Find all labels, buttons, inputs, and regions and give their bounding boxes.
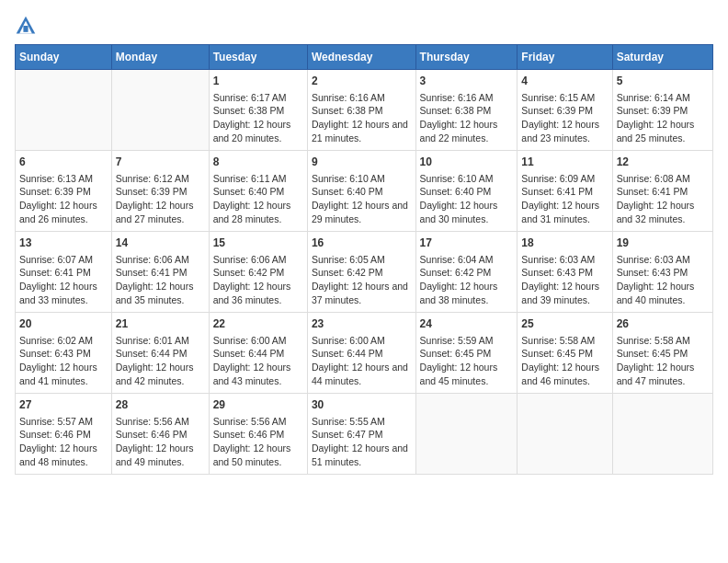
day-info: Sunrise: 6:16 AM xyxy=(420,91,514,105)
calendar-cell: 18Sunrise: 6:03 AMSunset: 6:43 PMDayligh… xyxy=(518,232,612,313)
calendar-cell: 19Sunrise: 6:03 AMSunset: 6:43 PMDayligh… xyxy=(612,232,712,313)
day-number: 2 xyxy=(312,74,412,89)
day-info: Daylight: 12 hours and 46 minutes. xyxy=(521,361,608,387)
day-number: 27 xyxy=(19,397,108,413)
day-info: Sunrise: 6:17 AM xyxy=(213,91,303,105)
day-number: 16 xyxy=(312,236,412,251)
day-number: 15 xyxy=(213,236,303,251)
day-info: Sunset: 6:45 PM xyxy=(420,347,514,361)
calendar-cell: 3Sunrise: 6:16 AMSunset: 6:38 PMDaylight… xyxy=(415,70,518,151)
day-info: Daylight: 12 hours and 42 minutes. xyxy=(116,361,205,387)
day-info: Daylight: 12 hours and 49 minutes. xyxy=(116,442,205,468)
day-info: Sunset: 6:39 PM xyxy=(19,185,108,199)
day-info: Sunrise: 5:56 AM xyxy=(213,415,303,429)
day-info: Sunrise: 6:14 AM xyxy=(617,91,709,105)
day-number: 13 xyxy=(19,236,108,251)
day-number: 4 xyxy=(521,74,608,89)
day-info: Sunset: 6:46 PM xyxy=(19,428,108,442)
day-info: Sunrise: 6:06 AM xyxy=(213,253,303,267)
day-number: 28 xyxy=(116,397,205,413)
calendar-table: SundayMondayTuesdayWednesdayThursdayFrid… xyxy=(15,44,713,475)
calendar-week-1: 1Sunrise: 6:17 AMSunset: 6:38 PMDaylight… xyxy=(16,70,713,151)
day-number: 29 xyxy=(213,397,303,413)
day-info: Sunrise: 6:04 AM xyxy=(420,253,514,267)
day-info: Sunrise: 6:13 AM xyxy=(19,172,108,186)
day-number: 26 xyxy=(617,316,709,332)
day-info: Daylight: 12 hours and 27 minutes. xyxy=(116,199,205,225)
day-info: Daylight: 12 hours and 25 minutes. xyxy=(617,118,709,144)
day-info: Daylight: 12 hours and 38 minutes. xyxy=(420,280,514,306)
calendar-cell: 8Sunrise: 6:11 AMSunset: 6:40 PMDaylight… xyxy=(209,151,307,232)
day-info: Sunset: 6:39 PM xyxy=(116,185,205,199)
day-info: Sunset: 6:39 PM xyxy=(617,104,709,118)
day-number: 22 xyxy=(213,316,303,332)
day-info: Sunset: 6:43 PM xyxy=(19,347,108,361)
calendar-cell: 16Sunrise: 6:05 AMSunset: 6:42 PMDayligh… xyxy=(307,232,415,313)
day-number: 12 xyxy=(617,155,709,170)
calendar-week-5: 27Sunrise: 5:57 AMSunset: 6:46 PMDayligh… xyxy=(16,394,713,475)
day-info: Sunset: 6:41 PM xyxy=(19,266,108,280)
day-info: Daylight: 12 hours and 50 minutes. xyxy=(213,442,303,468)
day-info: Sunset: 6:46 PM xyxy=(116,428,205,442)
calendar-week-2: 6Sunrise: 6:13 AMSunset: 6:39 PMDaylight… xyxy=(16,151,713,232)
calendar-cell: 30Sunrise: 5:55 AMSunset: 6:47 PMDayligh… xyxy=(307,394,415,475)
day-number: 19 xyxy=(617,236,709,251)
calendar-cell xyxy=(415,394,518,475)
day-number: 21 xyxy=(116,316,205,332)
day-info: Daylight: 12 hours and 33 minutes. xyxy=(19,280,108,306)
day-info: Sunset: 6:47 PM xyxy=(312,428,412,442)
day-info: Sunrise: 6:05 AM xyxy=(312,253,412,267)
calendar-cell: 7Sunrise: 6:12 AMSunset: 6:39 PMDaylight… xyxy=(111,151,209,232)
day-number: 11 xyxy=(521,155,608,170)
logo-icon xyxy=(15,15,37,37)
day-info: Sunrise: 5:59 AM xyxy=(420,334,514,348)
calendar-cell: 17Sunrise: 6:04 AMSunset: 6:42 PMDayligh… xyxy=(415,232,518,313)
day-info: Sunset: 6:41 PM xyxy=(116,266,205,280)
calendar-cell: 22Sunrise: 6:00 AMSunset: 6:44 PMDayligh… xyxy=(209,313,307,394)
day-info: Daylight: 12 hours and 37 minutes. xyxy=(312,280,412,306)
day-info: Daylight: 12 hours and 21 minutes. xyxy=(312,118,412,144)
day-number: 30 xyxy=(312,397,412,413)
calendar-cell: 6Sunrise: 6:13 AMSunset: 6:39 PMDaylight… xyxy=(16,151,112,232)
calendar-cell: 23Sunrise: 6:00 AMSunset: 6:44 PMDayligh… xyxy=(307,313,415,394)
day-info: Sunset: 6:46 PM xyxy=(213,428,303,442)
day-number: 18 xyxy=(521,236,608,251)
day-info: Sunrise: 5:57 AM xyxy=(19,415,108,429)
day-info: Sunrise: 6:01 AM xyxy=(116,334,205,348)
calendar-cell xyxy=(111,70,209,151)
calendar-cell: 4Sunrise: 6:15 AMSunset: 6:39 PMDaylight… xyxy=(518,70,612,151)
day-info: Sunrise: 6:03 AM xyxy=(521,253,608,267)
day-info: Sunrise: 6:10 AM xyxy=(420,172,514,186)
day-info: Daylight: 12 hours and 31 minutes. xyxy=(521,199,608,225)
day-info: Sunset: 6:42 PM xyxy=(420,266,514,280)
day-number: 5 xyxy=(617,74,709,89)
day-number: 17 xyxy=(420,236,514,251)
day-info: Sunrise: 5:56 AM xyxy=(116,415,205,429)
day-info: Daylight: 12 hours and 51 minutes. xyxy=(312,442,412,468)
day-info: Sunrise: 6:07 AM xyxy=(19,253,108,267)
calendar-cell: 12Sunrise: 6:08 AMSunset: 6:41 PMDayligh… xyxy=(612,151,712,232)
day-info: Daylight: 12 hours and 29 minutes. xyxy=(312,199,412,225)
day-info: Sunset: 6:43 PM xyxy=(521,266,608,280)
day-info: Sunrise: 6:15 AM xyxy=(521,91,608,105)
day-number: 8 xyxy=(213,155,303,170)
day-info: Sunset: 6:42 PM xyxy=(312,266,412,280)
header-cell-friday: Friday xyxy=(518,45,612,70)
day-info: Sunrise: 6:08 AM xyxy=(617,172,709,186)
day-number: 23 xyxy=(312,316,412,332)
calendar-cell xyxy=(518,394,612,475)
day-info: Sunrise: 6:11 AM xyxy=(213,172,303,186)
day-info: Daylight: 12 hours and 35 minutes. xyxy=(116,280,205,306)
calendar-cell xyxy=(16,70,112,151)
day-info: Sunset: 6:42 PM xyxy=(213,266,303,280)
day-info: Sunset: 6:41 PM xyxy=(617,185,709,199)
day-info: Sunrise: 6:02 AM xyxy=(19,334,108,348)
day-info: Daylight: 12 hours and 39 minutes. xyxy=(521,280,608,306)
header-cell-wednesday: Wednesday xyxy=(307,45,415,70)
calendar-cell: 1Sunrise: 6:17 AMSunset: 6:38 PMDaylight… xyxy=(209,70,307,151)
calendar-cell: 24Sunrise: 5:59 AMSunset: 6:45 PMDayligh… xyxy=(415,313,518,394)
day-number: 20 xyxy=(19,316,108,332)
day-number: 10 xyxy=(420,155,514,170)
day-info: Sunset: 6:44 PM xyxy=(312,347,412,361)
calendar-cell: 29Sunrise: 5:56 AMSunset: 6:46 PMDayligh… xyxy=(209,394,307,475)
